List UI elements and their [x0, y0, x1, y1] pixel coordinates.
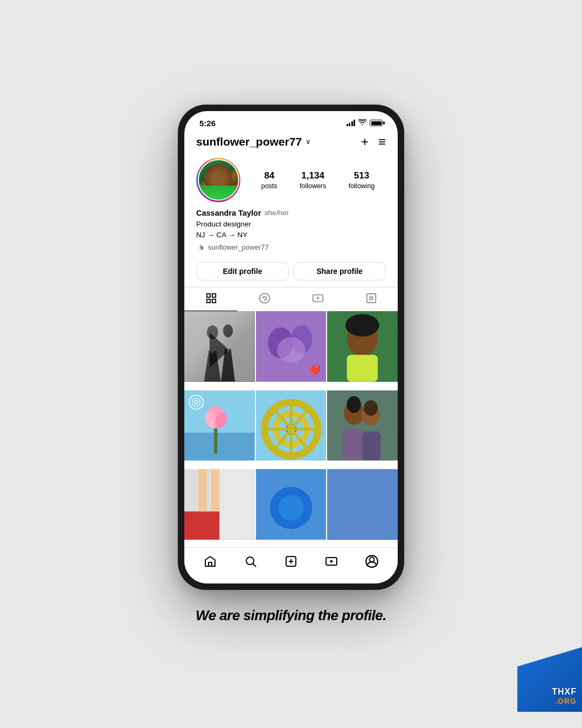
status-time: 5:26: [199, 119, 216, 128]
status-icons: [347, 119, 383, 127]
nav-reels[interactable]: [318, 553, 344, 573]
reels-icon: [325, 555, 338, 571]
svg-rect-41: [343, 429, 363, 461]
svg-point-26: [192, 398, 200, 406]
tab-reels-icon: [312, 292, 324, 307]
svg-rect-0: [206, 294, 210, 297]
followers-label: followers: [300, 182, 326, 190]
svg-rect-7: [366, 294, 376, 303]
svg-rect-3: [212, 299, 215, 303]
stat-following[interactable]: 513 following: [349, 170, 375, 190]
svg-rect-9: [184, 311, 255, 382]
svg-point-4: [259, 293, 269, 303]
wifi-icon: [358, 119, 366, 127]
svg-rect-45: [219, 469, 254, 540]
thxf-badge: THXF .ORG: [517, 647, 582, 712]
bio-line2: NJ → CA → NY: [196, 230, 386, 241]
svg-rect-2: [206, 299, 210, 303]
grid-cell-3[interactable]: [327, 311, 398, 382]
following-count: 513: [354, 170, 369, 181]
svg-rect-47: [211, 469, 220, 511]
svg-rect-1: [212, 294, 215, 297]
threads-username: sunflower_power77: [208, 243, 269, 251]
svg-marker-6: [317, 297, 320, 300]
grid-cell-5[interactable]: [256, 390, 327, 461]
posts-count: 84: [264, 170, 274, 181]
search-icon: [244, 555, 257, 571]
top-nav: sunflower_power77 ∨ + ≡: [184, 132, 398, 156]
stat-followers[interactable]: 1,134 followers: [300, 170, 326, 190]
svg-rect-44: [184, 511, 219, 539]
battery-icon: [370, 120, 383, 126]
nav-search[interactable]: [238, 553, 264, 573]
followers-count: 1,134: [301, 170, 324, 181]
profile-icon: [365, 554, 379, 572]
grid-cell-2[interactable]: ❤️: [256, 311, 327, 382]
tab-reels[interactable]: [291, 287, 344, 311]
edit-profile-button[interactable]: Edit profile: [196, 262, 289, 280]
action-buttons: Edit profile Share profile: [184, 258, 398, 287]
svg-rect-21: [184, 432, 255, 461]
grid-cell-6[interactable]: [327, 390, 398, 461]
tab-liked-icon: [259, 292, 271, 307]
tab-liked[interactable]: [238, 287, 291, 311]
signal-icon: [347, 120, 356, 126]
share-profile-button[interactable]: Share profile: [293, 262, 386, 280]
nav-create[interactable]: [278, 553, 304, 573]
tab-tagged[interactable]: [344, 287, 398, 311]
avatar-ring: [196, 158, 240, 202]
threads-row[interactable]: sunflower_power77: [196, 243, 386, 251]
grid-cell-1[interactable]: [184, 311, 255, 382]
posts-label: posts: [261, 182, 278, 190]
svg-rect-42: [363, 431, 381, 461]
grid-cell-7[interactable]: [184, 469, 255, 540]
username-row[interactable]: sunflower_power77 ∨: [196, 135, 311, 148]
svg-point-18: [345, 314, 379, 337]
svg-point-8: [370, 297, 373, 300]
thxf-line2: .ORG: [555, 697, 577, 705]
bottom-nav: [184, 547, 398, 583]
profile-top: 84 posts 1,134 followers 513 following: [196, 158, 386, 202]
menu-icon[interactable]: ≡: [378, 134, 386, 149]
phone-frame: 5:26: [178, 105, 404, 590]
create-icon: [285, 555, 297, 571]
tab-grid[interactable]: [184, 287, 238, 311]
photo-grid: ❤️: [184, 311, 398, 547]
nav-actions: + ≡: [361, 134, 386, 149]
nav-home[interactable]: [197, 553, 223, 573]
profile-section: 84 posts 1,134 followers 513 following: [184, 156, 398, 258]
grid-cell-9[interactable]: [327, 469, 398, 540]
svg-rect-51: [327, 469, 398, 540]
name-row: Cassandra Taylor she/her: [196, 209, 386, 217]
svg-rect-19: [347, 355, 378, 382]
chevron-down-icon: ∨: [306, 138, 311, 146]
svg-point-53: [246, 557, 254, 565]
bio-line1: Product designer: [196, 219, 386, 230]
heart-emoji: ❤️: [309, 365, 321, 376]
phone-screen: 5:26: [184, 111, 398, 583]
avatar-inner: [198, 159, 239, 201]
grid-cell-4[interactable]: [184, 390, 255, 461]
grid-cell-8[interactable]: [256, 469, 327, 540]
reel-circle-indicator: [189, 395, 204, 410]
svg-rect-46: [198, 469, 207, 511]
pronouns: she/her: [265, 209, 289, 217]
profile-stats: 84 posts 1,134 followers 513 following: [250, 170, 386, 190]
stat-posts[interactable]: 84 posts: [261, 170, 278, 190]
svg-point-50: [278, 495, 303, 520]
svg-point-15: [277, 338, 305, 363]
svg-point-39: [347, 396, 361, 413]
svg-point-11: [223, 325, 233, 338]
avatar: [199, 160, 238, 200]
status-bar: 5:26: [184, 111, 398, 132]
nav-profile[interactable]: [359, 553, 385, 573]
page-wrapper: 5:26: [178, 105, 404, 624]
display-name: Cassandra Taylor: [196, 209, 261, 217]
avatar-wrapper[interactable]: [196, 158, 240, 202]
tabs-row: [184, 287, 398, 311]
svg-rect-52: [209, 562, 212, 566]
add-icon[interactable]: +: [361, 134, 369, 149]
thxf-line1: THXF: [552, 687, 577, 697]
home-icon: [204, 555, 217, 571]
svg-line-54: [253, 564, 256, 567]
